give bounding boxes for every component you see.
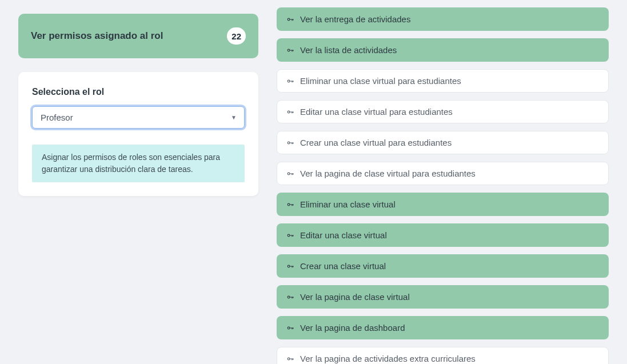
permission-item[interactable]: Ver la pagina de clase virtual: [277, 285, 609, 309]
permission-item[interactable]: Ver la pagina de clase virtual para estu…: [277, 162, 609, 185]
permission-item[interactable]: Crear una clase virtual: [277, 254, 609, 278]
role-select[interactable]: Profesor: [32, 106, 245, 129]
permission-item[interactable]: Ver la entrega de actividades: [277, 7, 609, 31]
permissions-list: Ver la entrega de actividadesVer la list…: [277, 0, 609, 364]
role-selector-card: Selecciona el rol Profesor ▼ Asignar los…: [18, 72, 258, 196]
header-title: Ver permisos asignado al rol: [31, 30, 163, 42]
permission-item[interactable]: Editar una clase virtual: [277, 223, 609, 247]
permission-label: Ver la pagina de clase virtual para estu…: [300, 169, 476, 178]
key-icon: [286, 231, 294, 239]
permission-label: Ver la entrega de actividades: [300, 14, 410, 24]
role-permissions-header: Ver permisos asignado al rol 22: [18, 14, 258, 58]
key-icon: [286, 324, 294, 332]
permission-label: Crear una clase virtual: [300, 261, 386, 271]
key-icon: [286, 108, 294, 116]
permission-label: Ver la pagina de dashboard: [300, 323, 405, 333]
permission-label: Editar una clase virtual: [300, 230, 387, 240]
permission-label: Ver la lista de actividades: [300, 45, 397, 55]
permission-label: Editar una clase virtual para estudiante…: [300, 107, 453, 117]
key-icon: [286, 139, 294, 147]
key-icon: [286, 15, 294, 23]
permission-item[interactable]: Crear una clase virtual para estudiantes: [277, 131, 609, 154]
key-icon: [286, 170, 294, 178]
permission-label: Ver la pagina de clase virtual: [300, 292, 410, 302]
key-icon: [286, 293, 294, 301]
permission-item[interactable]: Ver la pagina de dashboard: [277, 316, 609, 339]
role-info-note: Asignar los permisos de roles son esenci…: [32, 145, 245, 182]
key-icon: [286, 201, 294, 209]
permission-item[interactable]: Editar una clase virtual para estudiante…: [277, 100, 609, 123]
role-select-label: Selecciona el rol: [32, 87, 245, 97]
key-icon: [286, 46, 294, 54]
permission-label: Crear una clase virtual para estudiantes: [300, 138, 452, 147]
permission-item[interactable]: Ver la pagina de actividades extra curri…: [277, 347, 609, 364]
permission-label: Ver la pagina de actividades extra curri…: [300, 354, 476, 363]
permission-label: Eliminar una clase virtual: [300, 199, 396, 209]
key-icon: [286, 77, 294, 85]
key-icon: [286, 355, 294, 363]
permission-item[interactable]: Ver la lista de actividades: [277, 38, 609, 62]
key-icon: [286, 262, 294, 270]
permission-label: Eliminar una clase virtual para estudian…: [300, 76, 461, 86]
permissions-count-badge: 22: [227, 27, 246, 45]
permission-item[interactable]: Eliminar una clase virtual para estudian…: [277, 69, 609, 93]
permission-item[interactable]: Eliminar una clase virtual: [277, 193, 609, 216]
